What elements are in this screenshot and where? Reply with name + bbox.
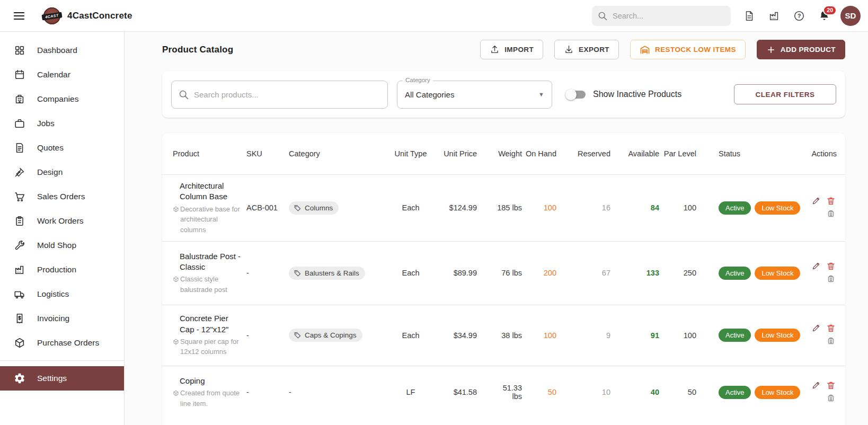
product-search-input[interactable] bbox=[194, 90, 369, 99]
import-button[interactable]: IMPORT bbox=[480, 40, 543, 59]
trash-icon bbox=[826, 380, 836, 392]
upload-icon bbox=[490, 45, 500, 55]
delete-button[interactable] bbox=[826, 196, 836, 207]
sidebar-item-label: Design bbox=[37, 167, 63, 177]
sidebar-item-quotes[interactable]: Quotes bbox=[0, 136, 124, 160]
pencil-icon bbox=[811, 196, 821, 207]
export-button[interactable]: EXPORT bbox=[554, 40, 619, 59]
reserved-cell: 16 bbox=[556, 174, 610, 241]
column-header-available: Available bbox=[610, 133, 659, 174]
delete-button[interactable] bbox=[826, 380, 836, 391]
weight-cell: 51.33 lbs bbox=[477, 366, 522, 419]
par-level-cell: 50 bbox=[659, 366, 696, 419]
add-product-button[interactable]: ADD PRODUCT bbox=[757, 40, 845, 59]
product-name: Balustrade Post - Classic bbox=[180, 251, 243, 273]
sidebar-item-settings[interactable]: Settings bbox=[0, 366, 124, 391]
sidebar-item-label: Companies bbox=[37, 94, 78, 104]
package-icon bbox=[173, 388, 180, 409]
column-header-unit-type: Unit Type bbox=[392, 133, 429, 174]
product-search-field[interactable] bbox=[171, 81, 388, 109]
sidebar-item-companies[interactable]: Companies bbox=[0, 87, 124, 111]
dashboard-icon bbox=[14, 45, 25, 56]
filter-bar: Category All Categories ▼ Show Inactive … bbox=[162, 71, 845, 118]
weight-cell: 76 lbs bbox=[477, 241, 522, 305]
unit-price-cell: $34.99 bbox=[429, 305, 477, 366]
actions-cell bbox=[800, 366, 845, 419]
reserved-cell: 67 bbox=[556, 241, 610, 305]
companies-icon bbox=[14, 93, 25, 105]
documents-icon[interactable] bbox=[742, 9, 756, 23]
production-icon bbox=[14, 264, 25, 276]
unit-type-cell: LF bbox=[392, 366, 429, 419]
clear-filters-button[interactable]: CLEAR FILTERS bbox=[734, 84, 836, 104]
status-badge: Active bbox=[719, 386, 751, 399]
delete-button[interactable] bbox=[826, 261, 836, 272]
on-hand-cell: 200 bbox=[522, 241, 556, 305]
notifications-bell-icon[interactable]: 20 bbox=[817, 9, 831, 23]
duplicate-icon bbox=[826, 393, 836, 404]
status-badge: Active bbox=[719, 201, 751, 215]
column-header-weight: Weight bbox=[477, 133, 522, 174]
sidebar-item-invoicing[interactable]: Invoicing bbox=[0, 306, 124, 331]
product-table-card: ProductSKUCategoryUnit TypeUnit PriceWei… bbox=[162, 133, 845, 425]
sidebar-item-dashboard[interactable]: Dashboard bbox=[0, 38, 124, 63]
column-header-sku: SKU bbox=[246, 133, 289, 174]
duplicate-button[interactable] bbox=[826, 209, 836, 219]
help-icon[interactable]: ? bbox=[792, 9, 806, 23]
sidebar-item-logistics[interactable]: Logistics bbox=[0, 282, 124, 306]
available-cell: 133 bbox=[610, 241, 659, 305]
sidebar-item-purchase-orders[interactable]: Purchase Orders bbox=[0, 331, 124, 355]
category-cell: Caps & Copings bbox=[289, 305, 392, 366]
purchase-orders-icon bbox=[14, 337, 25, 349]
global-search[interactable] bbox=[592, 6, 731, 26]
table-row: Balustrade Post - Classic Classic style … bbox=[162, 241, 845, 305]
sidebar-item-label: Dashboard bbox=[37, 46, 77, 55]
global-search-input[interactable] bbox=[613, 12, 719, 20]
status-badge: Active bbox=[719, 267, 751, 280]
edit-button[interactable] bbox=[811, 380, 821, 391]
duplicate-button[interactable] bbox=[826, 393, 836, 404]
status-badge: Active bbox=[719, 329, 751, 342]
duplicate-button[interactable] bbox=[826, 274, 836, 285]
edit-button[interactable] bbox=[811, 261, 821, 272]
page-title: Product Catalog bbox=[162, 45, 233, 55]
toggle-knob[interactable] bbox=[565, 89, 577, 100]
delete-button[interactable] bbox=[826, 324, 836, 334]
category-select[interactable]: Category All Categories ▼ bbox=[397, 81, 552, 109]
category-select-label: Category bbox=[403, 77, 433, 83]
toggle-track[interactable] bbox=[566, 91, 586, 99]
menu-icon[interactable] bbox=[8, 5, 30, 26]
par-level-cell: 100 bbox=[659, 174, 696, 241]
edit-button[interactable] bbox=[811, 196, 821, 207]
user-avatar[interactable]: SD bbox=[840, 6, 861, 26]
on-hand-cell: 100 bbox=[522, 305, 556, 366]
sidebar-item-label: Mold Shop bbox=[37, 241, 76, 250]
sidebar-item-label: Calendar bbox=[37, 70, 70, 79]
sku-cell: - bbox=[246, 305, 289, 366]
restock-low-items-button[interactable]: RESTOCK LOW ITEMS bbox=[630, 40, 746, 59]
package-icon bbox=[173, 274, 180, 295]
app-title: 4CastConcrete bbox=[67, 11, 132, 21]
status-cell: ActiveLow Stock bbox=[696, 241, 800, 305]
sidebar-item-design[interactable]: Design bbox=[0, 160, 124, 184]
trash-icon bbox=[826, 261, 836, 272]
sidebar-item-calendar[interactable]: Calendar bbox=[0, 63, 124, 87]
duplicate-button[interactable] bbox=[826, 337, 836, 347]
column-header-par-level: Par Level bbox=[659, 133, 696, 174]
sidebar-item-sales-orders[interactable]: Sales Orders bbox=[0, 184, 124, 209]
sidebar-item-mold-shop[interactable]: Mold Shop bbox=[0, 233, 124, 258]
unit-type-cell: Each bbox=[392, 305, 429, 366]
sidebar-item-label: Logistics bbox=[37, 289, 69, 299]
sidebar-item-jobs[interactable]: Jobs bbox=[0, 111, 124, 136]
actions-cell bbox=[800, 174, 845, 241]
on-hand-cell: 50 bbox=[522, 366, 556, 419]
sidebar-item-work-orders[interactable]: Work Orders bbox=[0, 209, 124, 233]
unit-type-cell: Each bbox=[392, 174, 429, 241]
show-inactive-toggle[interactable]: Show Inactive Products bbox=[566, 90, 681, 99]
sku-cell: - bbox=[246, 366, 289, 419]
available-cell: 91 bbox=[610, 305, 659, 366]
edit-button[interactable] bbox=[811, 324, 821, 334]
production-quick-icon[interactable] bbox=[767, 9, 781, 23]
sidebar-item-production[interactable]: Production bbox=[0, 258, 124, 282]
chevron-down-icon: ▼ bbox=[538, 91, 544, 98]
